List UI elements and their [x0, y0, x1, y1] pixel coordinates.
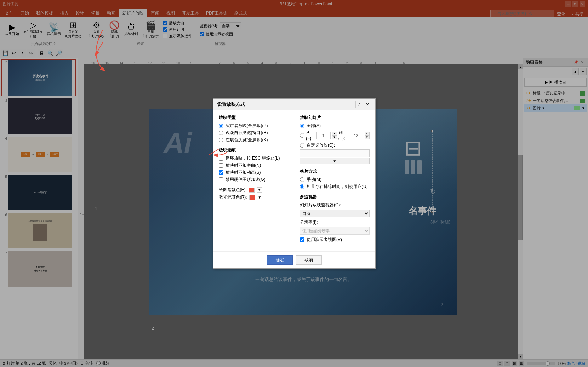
monitor-section: 多监视器 幻灯片放映监视器(O): 自动 分辨率(I): 使用当前分辨率 [300, 194, 370, 243]
radio-presenter-input[interactable] [219, 124, 223, 128]
chk-presenter-view[interactable]: 使用演示者视图(V) [300, 237, 370, 243]
chk-presenter-view-input[interactable] [300, 237, 304, 242]
monitor-select-dialog[interactable]: 自动 [300, 210, 370, 217]
pen-color-row: 绘图笔颜色(E): ▼ [219, 187, 289, 193]
dialog-body: 放映类型 演讲者放映(全屏幕)(P) 观众自行浏览(窗口)(B) 在展台浏览(全… [213, 110, 375, 251]
chk-presenter-view-label: 使用演示者视图(V) [307, 237, 342, 243]
dialog-cancel-btn[interactable]: 取消 [296, 255, 322, 265]
radio-presenter-label: 演讲者放映(全屏幕)(P) [226, 123, 268, 129]
dialog-ok-btn[interactable]: 确定 [267, 255, 293, 265]
dialog-title-controls: ? ✕ [355, 101, 371, 108]
laser-color-dropdown[interactable]: ▼ [257, 195, 263, 200]
dialog-title-text: 设置放映方式 [217, 101, 245, 108]
slide-range-title: 放映幻灯片 [300, 115, 370, 121]
radio-manual-label: 手动(M) [307, 177, 321, 183]
radio-custom-label: 自定义放映(C): [307, 142, 335, 148]
play-options-title: 放映选项 [219, 147, 289, 153]
dialog-overlay: 设置放映方式 ? ✕ 放映类型 演讲者放映(全屏幕)(P) [0, 0, 588, 367]
monitor-label-dialog: 幻灯片放映监视器(O): [300, 202, 341, 208]
chk-no-hardware[interactable]: 禁用硬件图形加速(G) [219, 177, 289, 183]
pen-color-dropdown[interactable]: ▼ [257, 187, 262, 193]
dialog-close-btn[interactable]: ✕ [364, 101, 371, 108]
laser-color-swatch [249, 195, 255, 200]
from-down-btn[interactable]: ▼ [332, 136, 337, 139]
radio-manual[interactable]: 手动(M) [300, 177, 370, 183]
play-options-section: 放映选项 循环放映，按 ESC 键终止(L) 放映时不加旁白(N) 放映时不加动… [219, 147, 289, 183]
to-up-btn[interactable]: ▲ [365, 132, 370, 136]
to-spinners: ▲ ▼ [365, 132, 370, 139]
range-from-row: 从(F): ▲ ▼ 到(T): ▲ ▼ [300, 130, 370, 141]
radio-timing[interactable]: 如果存在排练时间，则使用它(U) [300, 184, 370, 190]
dialog-content: 放映类型 演讲者放映(全屏幕)(P) 观众自行浏览(窗口)(B) 在展台浏览(全… [219, 115, 370, 247]
chk-no-hardware-input[interactable] [219, 177, 223, 182]
dialog: 设置放映方式 ? ✕ 放映类型 演讲者放映(全屏幕)(P) [213, 98, 376, 269]
monitor-select-row-dialog: 幻灯片放映监视器(O): [300, 202, 370, 208]
custom-range-dropdown[interactable]: ▼ [300, 158, 370, 164]
play-type-section: 放映类型 演讲者放映(全屏幕)(P) 观众自行浏览(窗口)(B) 在展台浏览(全… [219, 115, 289, 143]
radio-all-input[interactable] [300, 124, 304, 128]
to-value-input[interactable] [349, 132, 363, 139]
resolution-label: 分辨率(I): [300, 219, 318, 225]
chk-no-narration[interactable]: 放映时不加旁白(N) [219, 162, 289, 168]
chk-no-narration-label: 放映时不加旁白(N) [226, 162, 261, 168]
from-value-input[interactable] [316, 132, 331, 139]
radio-browser-input[interactable] [219, 131, 223, 135]
dialog-right: 放映幻灯片 全部(A) 从(F): ▲ ▼ [294, 115, 370, 247]
advance-section: 换片方式 手动(M) 如果存在排练时间，则使用它(U) [300, 168, 370, 190]
radio-all[interactable]: 全部(A) [300, 123, 370, 129]
pen-color-swatch [249, 188, 255, 193]
chk-loop-input[interactable] [219, 156, 223, 161]
radio-timing-label: 如果存在排练时间，则使用它(U) [307, 184, 368, 190]
chk-loop[interactable]: 循环放映，按 ESC 键终止(L) [219, 155, 289, 161]
radio-from-input[interactable] [300, 133, 304, 138]
radio-kiosk-input[interactable] [219, 138, 223, 142]
dialog-help-btn[interactable]: ? [355, 101, 362, 108]
radio-manual-input[interactable] [300, 177, 304, 182]
dialog-left: 放映类型 演讲者放映(全屏幕)(P) 观众自行浏览(窗口)(B) 在展台浏览(全… [219, 115, 295, 247]
custom-range-input-row: ▼ [300, 149, 370, 164]
from-label: 从(F): [306, 130, 315, 141]
from-spinners: ▲ ▼ [332, 132, 337, 139]
resolution-label-row: 分辨率(I): [300, 219, 370, 225]
chk-no-animation-label: 放映时不加动画(S) [226, 170, 261, 176]
radio-custom-input[interactable] [300, 143, 304, 148]
laser-color-label: 激光笔颜色(R): [219, 194, 247, 200]
radio-timing-input[interactable] [300, 184, 304, 189]
chk-no-hardware-label: 禁用硬件图形加速(G) [226, 177, 266, 183]
radio-presenter[interactable]: 演讲者放映(全屏幕)(P) [219, 123, 289, 129]
monitor-title: 多监视器 [300, 194, 370, 200]
chk-no-narration-input[interactable] [219, 163, 223, 168]
dialog-title-bar: 设置放映方式 ? ✕ [213, 99, 375, 110]
pen-color-label: 绘图笔颜色(E): [219, 187, 247, 193]
radio-browser[interactable]: 观众自行浏览(窗口)(B) [219, 130, 289, 136]
radio-browser-label: 观众自行浏览(窗口)(B) [226, 130, 268, 136]
radio-kiosk[interactable]: 在展台浏览(全屏幕)(K) [219, 137, 289, 143]
radio-custom[interactable]: 自定义放映(C): [300, 142, 370, 148]
from-up-btn[interactable]: ▲ [332, 132, 337, 136]
radio-all-label: 全部(A) [307, 123, 321, 129]
slide-range-section: 放映幻灯片 全部(A) 从(F): ▲ ▼ [300, 115, 370, 164]
laser-color-row: 激光笔颜色(R): ▼ [219, 194, 289, 200]
advance-title: 换片方式 [300, 168, 370, 174]
custom-range-input[interactable] [300, 149, 370, 157]
to-down-btn[interactable]: ▼ [365, 136, 370, 139]
to-label: 到(T): [338, 130, 348, 141]
resolution-select[interactable]: 使用当前分辨率 [300, 227, 370, 235]
play-type-title: 放映类型 [219, 115, 289, 121]
radio-kiosk-label: 在展台浏览(全屏幕)(K) [226, 137, 268, 143]
dialog-footer: 确定 取消 [213, 251, 375, 268]
chk-no-animation-input[interactable] [219, 170, 223, 175]
chk-no-animation[interactable]: 放映时不加动画(S) [219, 170, 289, 176]
chk-loop-label: 循环放映，按 ESC 键终止(L) [226, 155, 280, 161]
